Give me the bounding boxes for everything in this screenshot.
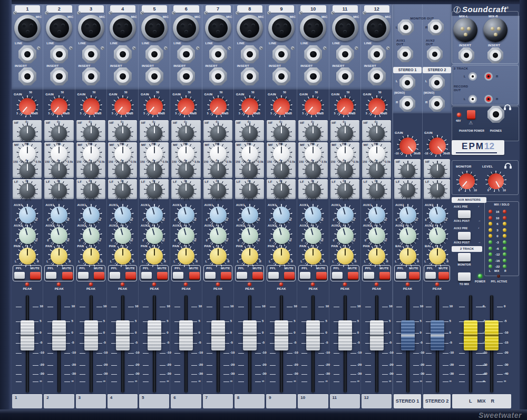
pan-knob[interactable] — [305, 248, 321, 265]
aux2-knob[interactable] — [146, 227, 163, 244]
pan-knob[interactable] — [178, 248, 194, 265]
mf-eq-knob[interactable] — [337, 163, 353, 179]
aux1-knob[interactable] — [178, 207, 194, 223]
hf-eq-knob[interactable] — [83, 125, 99, 141]
two-track-to-mix-button[interactable] — [458, 272, 471, 281]
balance-knob[interactable] — [429, 248, 446, 265]
pfl-button[interactable] — [141, 272, 152, 279]
pfl-button[interactable] — [425, 272, 436, 279]
mf-eq-knob[interactable] — [210, 163, 226, 179]
aux2-knob[interactable] — [83, 227, 100, 244]
pfl-button[interactable] — [110, 272, 120, 279]
mute-button[interactable] — [125, 272, 136, 279]
mute-button[interactable] — [348, 272, 358, 279]
lf-eq-knob[interactable] — [115, 183, 131, 199]
aux1-knob[interactable] — [273, 207, 290, 223]
fader-cap[interactable] — [84, 320, 98, 350]
aux1-knob[interactable] — [368, 207, 385, 223]
hf-eq-knob[interactable] — [210, 125, 226, 141]
pfl-button[interactable] — [268, 272, 279, 279]
pan-knob[interactable] — [337, 248, 354, 265]
lf-eq-knob[interactable] — [83, 183, 99, 199]
lf-eq-knob[interactable] — [51, 183, 67, 199]
lf-eq-knob[interactable] — [430, 183, 445, 198]
pfl-button[interactable] — [14, 272, 25, 279]
phones-level-knob[interactable] — [488, 173, 504, 189]
fader-cap[interactable] — [148, 320, 161, 350]
pfl-button[interactable] — [396, 272, 406, 279]
pan-knob[interactable] — [19, 248, 36, 265]
mf-eq-knob[interactable] — [83, 163, 99, 179]
fader-cap[interactable] — [179, 320, 193, 350]
fader-cap[interactable] — [485, 320, 499, 350]
mf-eq-knob[interactable] — [369, 163, 385, 179]
lf-eq-knob[interactable] — [274, 183, 289, 199]
fader-cap[interactable] — [370, 320, 384, 350]
pfl-button[interactable] — [364, 272, 374, 279]
mute-button[interactable] — [221, 272, 231, 279]
lf-eq-knob[interactable] — [337, 183, 353, 199]
aux1-knob[interactable] — [51, 207, 67, 223]
aux1-knob[interactable] — [83, 207, 100, 223]
balance-knob[interactable] — [399, 248, 416, 265]
mf-eq-knob[interactable] — [115, 163, 131, 179]
pan-knob[interactable] — [51, 248, 67, 265]
pfl-button[interactable] — [205, 272, 216, 279]
pfl-button[interactable] — [332, 272, 343, 279]
phantom-power-switch[interactable] — [467, 110, 475, 119]
mute-button[interactable] — [252, 272, 263, 279]
aux1-knob[interactable] — [146, 207, 163, 223]
fader-cap[interactable] — [401, 320, 415, 350]
pan-knob[interactable] — [210, 248, 227, 265]
aux1-knob[interactable] — [210, 207, 227, 223]
mute-button[interactable] — [409, 272, 419, 279]
pfl-button[interactable] — [237, 272, 247, 279]
lf-eq-knob[interactable] — [147, 183, 162, 199]
mf-eq-knob[interactable] — [242, 163, 258, 179]
aux2-knob[interactable] — [368, 227, 385, 244]
lf-eq-knob[interactable] — [401, 183, 415, 198]
mf-eq-knob[interactable] — [51, 163, 67, 179]
mute-button[interactable] — [438, 272, 449, 279]
fader-cap[interactable] — [431, 320, 444, 350]
aux1-knob[interactable] — [429, 207, 446, 223]
aux2-knob[interactable] — [273, 227, 290, 244]
fader-cap[interactable] — [243, 320, 257, 350]
mf-eq-knob[interactable] — [305, 163, 321, 179]
pan-knob[interactable] — [114, 248, 131, 265]
mf-eq-knob[interactable] — [178, 163, 194, 179]
aux1-pre-post-button[interactable] — [458, 210, 471, 218]
mf-eq-knob[interactable] — [274, 163, 289, 179]
mute-button[interactable] — [316, 272, 327, 279]
fader-cap[interactable] — [211, 320, 225, 350]
pfl-button[interactable] — [300, 272, 310, 279]
aux2-knob[interactable] — [337, 227, 354, 244]
aux2-knob[interactable] — [114, 227, 131, 244]
hf-eq-knob[interactable] — [305, 125, 321, 141]
lf-eq-knob[interactable] — [305, 183, 321, 199]
fader-cap[interactable] — [306, 320, 320, 350]
aux2-knob[interactable] — [399, 227, 416, 244]
aux2-knob[interactable] — [178, 227, 194, 244]
hf-eq-knob[interactable] — [369, 125, 385, 141]
pfl-button[interactable] — [78, 272, 89, 279]
lf-eq-knob[interactable] — [210, 183, 226, 199]
mf-eq-knob[interactable] — [19, 163, 35, 179]
fader-cap[interactable] — [116, 320, 130, 350]
pfl-button[interactable] — [46, 272, 56, 279]
mute-button[interactable] — [62, 272, 73, 279]
mute-button[interactable] — [157, 272, 168, 279]
lf-eq-knob[interactable] — [178, 183, 194, 199]
fader-cap[interactable] — [21, 320, 34, 350]
hf-eq-knob[interactable] — [401, 163, 415, 178]
aux2-knob[interactable] — [241, 227, 258, 244]
lf-eq-knob[interactable] — [369, 183, 385, 199]
mute-button[interactable] — [94, 272, 104, 279]
hf-eq-knob[interactable] — [242, 125, 258, 141]
aux2-knob[interactable] — [305, 227, 321, 244]
pan-knob[interactable] — [273, 248, 290, 265]
aux1-knob[interactable] — [399, 207, 416, 223]
hf-eq-knob[interactable] — [337, 125, 353, 141]
aux1-knob[interactable] — [241, 207, 258, 223]
pan-knob[interactable] — [241, 248, 258, 265]
